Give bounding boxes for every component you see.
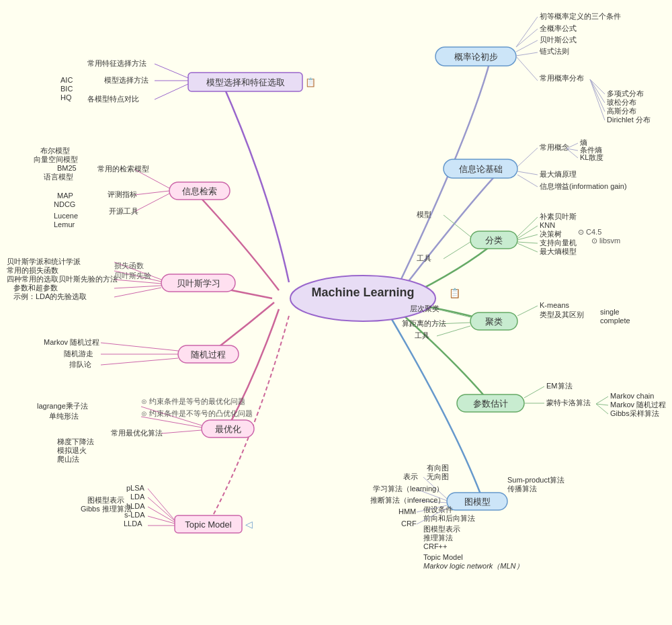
text-tm-graph: 图模型表示 [87,496,124,504]
label-modelselect: 模型选择和特征选取 [206,77,285,87]
text-by4: 参数和超参数 [13,284,58,292]
text-ir-bool: 布尔模型 [40,147,70,155]
text-ms-bic: BIC [60,85,73,93]
text-by3: 四种常用的选取贝叶斯先验的方法 [7,275,118,283]
text-cl1: 补素贝叶斯 [540,212,577,220]
text-pd1: 多项式分布 [607,89,644,97]
text-by5: 示例：LDA的先验选取 [13,292,87,300]
text-p4: 链式法则 [539,47,569,55]
text-crf2: 推理算法 [423,534,453,542]
text-opt3: 爬山法 [57,455,79,463]
text-cl-model: 模型 [417,210,431,218]
label-probability: 概率论初步 [454,52,498,62]
text-mc2: Markov 随机过程 [610,401,666,409]
text-pd-label: 常用概率分布 [540,74,584,82]
text-by-prior: 贝叶斯先验 [114,272,151,280]
text-p3: 贝叶斯公式 [540,36,577,44]
text-gm-undirected: 无向图 [427,472,449,481]
text-ir-vsm: 向量空间模型 [34,155,78,163]
label-clustering: 聚类 [485,317,503,327]
text-single: single [600,308,620,316]
text-tm-hlda: hLDA [126,502,145,510]
text-pd2: 玻松分布 [607,98,636,106]
text-cl3: 决策树 [540,230,562,238]
text-gm-inf: 推断算法（inference） [370,496,445,504]
text-ir-lemur: Lemur [54,220,75,228]
text-ic-label: 常用概念 [540,143,569,151]
text-gm-directed: 有向图 [427,464,449,472]
label-optimization: 最优化 [215,424,241,434]
text-by1: 贝叶斯学派和统计学派 [7,257,81,265]
text-simplex: 单纯形法 [49,412,79,420]
text-hc-types: 类型及其区别 [540,310,584,319]
text-rp1: Markov 随机过程 [44,338,99,346]
text-opt2: 模拟退火 [57,446,87,454]
text-ir-lucene: Lucene [54,212,78,220]
text-ms-hq: HQ [60,93,72,101]
text-hmm2: 前向和后向算法 [423,514,475,522]
text-ir-ndcg: NDCG [54,200,75,208]
text-by2: 常用的损失函数 [7,266,58,274]
text-tm-lda: LDA [130,493,145,501]
text-libsvm: ⊙ libsvm [591,237,620,245]
text-gm-topic: Topic Model [423,553,463,561]
label-information: 信息论基础 [459,164,503,174]
text-rp2: 随机游走 [64,349,93,358]
text-gm-inf2: 传播算法 [507,485,537,493]
text-ir-lm: 语言模型 [44,173,73,181]
text-tm-slda: s-LDA [124,511,145,519]
text-ic3: KL散度 [580,153,603,161]
text-ms-aic: AIC [60,76,73,84]
text-ms-feat: 常用特征选择方法 [87,59,146,67]
text-cl5: 最大熵模型 [540,247,577,255]
text-pd4: Dirichlet 分布 [607,116,650,124]
text-mc1: Markov chain [610,392,654,400]
text-mc-label: 蒙特卡洛算法 [546,399,591,407]
text-lagrange: lagrange乘子法 [37,402,88,410]
text-cl4: 支持向量机 [540,239,577,247]
text-lag-sub: ⊙ 约束条件是等号的最优化问题 [141,397,245,405]
text-complete: complete [600,317,630,325]
text-opt-common: 常用最优化算法 [111,429,163,437]
text-gm-rep: 表示 [403,472,418,481]
text-cl2: KNN [540,221,555,229]
text-cl-tool: 工具 [417,254,431,262]
text-me: 最大熵原理 [540,170,577,178]
text-p1: 初等概率定义的三个条件 [540,12,621,20]
text-hmm1: 假设条件 [423,505,453,513]
text-tm-llda: LLDA [124,519,142,528]
text-hc: 层次聚类 [410,304,439,312]
text-crf1: 图模型表示 [423,525,460,533]
ms-icon: 📋 [305,77,317,88]
label-topicmodel: Topic Model [185,519,231,530]
text-ms-model: 模型选择方法 [104,76,149,84]
center-label: Machine Learning [311,286,414,299]
text-ig: 信息增益(information gain) [540,182,627,190]
text-by-loss: 损失函数 [114,261,144,269]
center-icon: 📋 [449,288,461,299]
label-random: 随机过程 [191,349,226,360]
text-gm-hmm: HMM [398,507,416,515]
label-graphmodel: 图模型 [464,497,491,507]
text-opt1: 梯度下降法 [56,438,94,446]
text-c45: ⊙ C4.5 [578,228,601,236]
text-gm-mln: Markov logic network（MLN） [423,562,523,570]
text-gm-crf: CRF [401,519,417,528]
text-simp-sub: ⊙ 约束条件是不等号的凸优化问题 [141,409,253,417]
label-bayes: 贝叶斯学习 [177,278,220,288]
text-tm-plsa: pLSA [126,484,145,492]
text-crf3: CRF++ [423,542,447,550]
text-cltool: 工具 [415,331,429,339]
text-ir-search: 常用的检索模型 [97,165,149,173]
text-gm-inf1: Sum-product算法 [507,476,564,484]
text-mc3: Gibbs采样算法 [610,409,659,417]
topic-arrow: ◁ [245,519,253,530]
text-ir-map: MAP [57,192,73,200]
label-retrieval: 信息检索 [182,186,217,196]
text-ir-bm25: BM25 [57,164,77,172]
text-gm-learn: 学习算法（learning） [373,485,444,493]
text-dist: 算距离的方法 [402,319,446,327]
text-rp3: 排队论 [69,360,91,368]
text-km: K-means [540,301,570,309]
text-ms-cmp: 各模型特点对比 [87,95,139,103]
